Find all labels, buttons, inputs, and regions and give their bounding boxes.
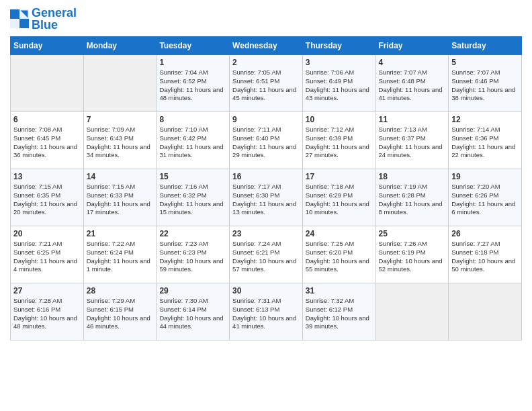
cell-info: Daylight: 10 hours and 44 minutes. bbox=[159, 314, 226, 332]
cell-info: Sunset: 6:15 PM bbox=[87, 306, 154, 314]
day-number: 25 bbox=[379, 229, 446, 238]
cell-info: Daylight: 10 hours and 41 minutes. bbox=[232, 314, 300, 332]
cell-info: Daylight: 10 hours and 57 minutes. bbox=[232, 257, 300, 275]
day-header-friday: Friday bbox=[375, 37, 449, 55]
cell-info: Sunrise: 7:15 AM bbox=[13, 183, 81, 191]
cell-info: Daylight: 11 hours and 43 minutes. bbox=[306, 86, 373, 103]
day-number: 19 bbox=[451, 172, 519, 181]
cell-info: Sunset: 6:33 PM bbox=[87, 191, 154, 200]
cell-info: Sunrise: 7:27 AM bbox=[451, 240, 519, 248]
cell-info: Sunrise: 7:29 AM bbox=[87, 297, 154, 306]
cell-info: Sunrise: 7:07 AM bbox=[379, 68, 446, 77]
cell-info: Sunset: 6:46 PM bbox=[451, 77, 519, 86]
cell-info: Daylight: 11 hours and 34 minutes. bbox=[87, 143, 154, 161]
cell-info: Sunset: 6:43 PM bbox=[87, 134, 154, 143]
cell-info: Sunset: 6:45 PM bbox=[13, 134, 81, 143]
cell-info: Sunrise: 7:07 AM bbox=[451, 68, 519, 77]
day-number: 9 bbox=[232, 115, 300, 124]
cell-info: Sunrise: 7:13 AM bbox=[379, 126, 446, 134]
day-number: 23 bbox=[232, 229, 300, 238]
calendar-table: SundayMondayTuesdayWednesdayThursdayFrid… bbox=[10, 36, 522, 340]
cell-info: Sunset: 6:52 PM bbox=[159, 77, 226, 86]
calendar-cell bbox=[449, 283, 522, 340]
cell-info: Daylight: 11 hours and 31 minutes. bbox=[159, 143, 226, 161]
cell-info: Sunrise: 7:09 AM bbox=[87, 126, 154, 134]
week-row-5: 27Sunrise: 7:28 AMSunset: 6:16 PMDayligh… bbox=[11, 283, 522, 340]
day-number: 29 bbox=[159, 286, 226, 295]
calendar-cell: 6Sunrise: 7:08 AMSunset: 6:45 PMDaylight… bbox=[11, 112, 84, 169]
cell-info: Sunset: 6:48 PM bbox=[379, 77, 446, 86]
day-number: 16 bbox=[232, 172, 300, 181]
cell-info: Daylight: 10 hours and 39 minutes. bbox=[306, 314, 373, 332]
day-number: 26 bbox=[451, 229, 519, 238]
cell-info: Sunrise: 7:22 AM bbox=[87, 240, 154, 248]
cell-info: Daylight: 11 hours and 17 minutes. bbox=[87, 200, 154, 218]
day-header-thursday: Thursday bbox=[302, 37, 375, 55]
week-row-3: 13Sunrise: 7:15 AMSunset: 6:35 PMDayligh… bbox=[11, 169, 522, 226]
cell-info: Sunset: 6:36 PM bbox=[451, 134, 519, 143]
calendar-cell: 27Sunrise: 7:28 AMSunset: 6:16 PMDayligh… bbox=[11, 283, 84, 340]
cell-info: Sunrise: 7:30 AM bbox=[159, 297, 226, 306]
day-number: 30 bbox=[232, 286, 300, 295]
cell-info: Daylight: 11 hours and 6 minutes. bbox=[451, 200, 519, 218]
cell-info: Sunset: 6:26 PM bbox=[451, 191, 519, 200]
cell-info: Sunset: 6:21 PM bbox=[232, 248, 300, 257]
cell-info: Daylight: 11 hours and 24 minutes. bbox=[379, 143, 446, 161]
cell-info: Sunset: 6:19 PM bbox=[379, 248, 446, 257]
svg-rect-3 bbox=[19, 19, 29, 28]
day-number: 21 bbox=[87, 229, 154, 238]
day-number: 14 bbox=[87, 172, 154, 181]
day-number: 1 bbox=[159, 58, 226, 67]
cell-info: Daylight: 11 hours and 4 minutes. bbox=[13, 257, 81, 275]
cell-info: Sunrise: 7:19 AM bbox=[379, 183, 446, 191]
calendar-cell: 16Sunrise: 7:17 AMSunset: 6:30 PMDayligh… bbox=[230, 169, 303, 226]
cell-info: Daylight: 11 hours and 1 minute. bbox=[87, 257, 154, 275]
calendar-cell: 13Sunrise: 7:15 AMSunset: 6:35 PMDayligh… bbox=[11, 169, 84, 226]
cell-info: Sunrise: 7:26 AM bbox=[379, 240, 446, 248]
page: General Blue SundayMondayTuesdayWednesda… bbox=[0, 0, 532, 351]
cell-info: Sunrise: 7:18 AM bbox=[306, 183, 373, 191]
day-number: 4 bbox=[379, 58, 446, 67]
cell-info: Sunrise: 7:28 AM bbox=[13, 297, 81, 306]
day-number: 11 bbox=[379, 115, 446, 124]
calendar-cell: 21Sunrise: 7:22 AMSunset: 6:24 PMDayligh… bbox=[83, 226, 157, 283]
day-number: 27 bbox=[13, 286, 81, 295]
calendar-cell bbox=[83, 55, 157, 112]
week-row-4: 20Sunrise: 7:21 AMSunset: 6:25 PMDayligh… bbox=[11, 226, 522, 283]
calendar-cell: 14Sunrise: 7:15 AMSunset: 6:33 PMDayligh… bbox=[83, 169, 157, 226]
calendar-cell: 7Sunrise: 7:09 AMSunset: 6:43 PMDaylight… bbox=[83, 112, 157, 169]
calendar-cell: 2Sunrise: 7:05 AMSunset: 6:51 PMDaylight… bbox=[230, 55, 303, 112]
day-number: 12 bbox=[451, 115, 519, 124]
cell-info: Sunrise: 7:12 AM bbox=[306, 126, 373, 134]
calendar-cell: 11Sunrise: 7:13 AMSunset: 6:37 PMDayligh… bbox=[375, 112, 449, 169]
cell-info: Sunrise: 7:04 AM bbox=[159, 68, 226, 77]
day-number: 6 bbox=[13, 115, 81, 124]
cell-info: Sunrise: 7:31 AM bbox=[232, 297, 300, 306]
logo-icon bbox=[10, 9, 29, 28]
cell-info: Sunset: 6:28 PM bbox=[379, 191, 446, 200]
calendar-cell: 29Sunrise: 7:30 AMSunset: 6:14 PMDayligh… bbox=[157, 283, 230, 340]
cell-info: Daylight: 10 hours and 59 minutes. bbox=[159, 257, 226, 275]
calendar-cell: 22Sunrise: 7:23 AMSunset: 6:23 PMDayligh… bbox=[157, 226, 230, 283]
cell-info: Sunset: 6:51 PM bbox=[232, 77, 300, 86]
day-number: 5 bbox=[451, 58, 519, 67]
cell-info: Daylight: 10 hours and 50 minutes. bbox=[451, 257, 519, 275]
cell-info: Sunrise: 7:06 AM bbox=[306, 68, 373, 77]
day-number: 15 bbox=[159, 172, 226, 181]
logo-name: General bbox=[32, 7, 77, 19]
cell-info: Sunrise: 7:20 AM bbox=[451, 183, 519, 191]
calendar-cell bbox=[375, 283, 449, 340]
day-number: 8 bbox=[159, 115, 226, 124]
cell-info: Daylight: 11 hours and 38 minutes. bbox=[451, 86, 519, 103]
cell-info: Sunset: 6:18 PM bbox=[451, 248, 519, 257]
cell-info: Daylight: 11 hours and 41 minutes. bbox=[379, 86, 446, 103]
calendar-cell: 20Sunrise: 7:21 AMSunset: 6:25 PMDayligh… bbox=[11, 226, 84, 283]
cell-info: Sunset: 6:20 PM bbox=[306, 248, 373, 257]
calendar-cell: 28Sunrise: 7:29 AMSunset: 6:15 PMDayligh… bbox=[83, 283, 157, 340]
cell-info: Sunrise: 7:32 AM bbox=[306, 297, 373, 306]
day-number: 24 bbox=[306, 229, 373, 238]
cell-info: Daylight: 11 hours and 36 minutes. bbox=[13, 143, 81, 161]
cell-info: Sunset: 6:32 PM bbox=[159, 191, 226, 200]
header-row: SundayMondayTuesdayWednesdayThursdayFrid… bbox=[11, 37, 522, 55]
cell-info: Sunset: 6:49 PM bbox=[306, 77, 373, 86]
